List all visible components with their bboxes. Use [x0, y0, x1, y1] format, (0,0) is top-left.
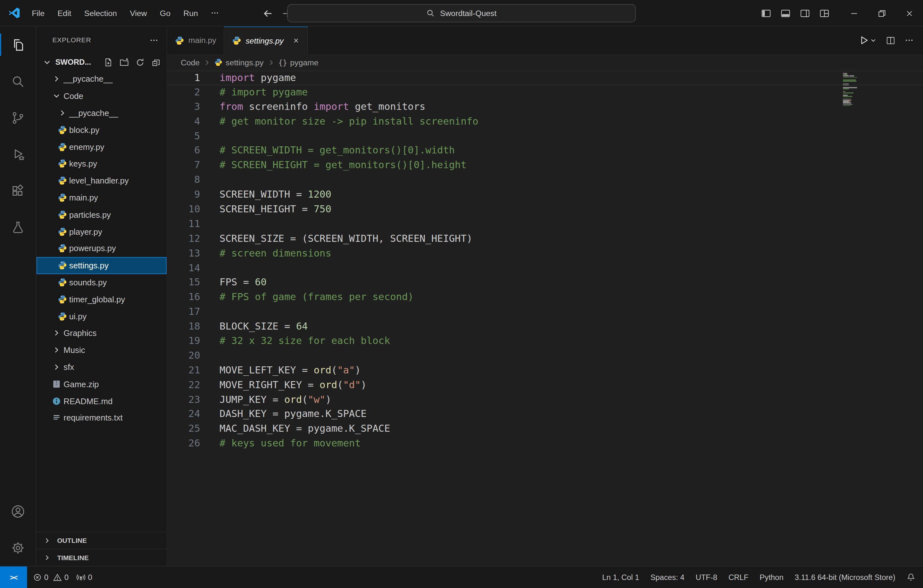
code-line-21[interactable]: 21MOVE_LEFT_KEY = ord("a") — [167, 364, 923, 378]
tree-item-game-zip[interactable]: Game.zip — [36, 375, 167, 392]
minimap[interactable] — [843, 73, 913, 106]
code-editor[interactable]: 1import pygame2# import pygame3from scre… — [167, 70, 923, 566]
new-file-icon[interactable] — [103, 57, 113, 67]
toggle-primary-sidebar-icon[interactable] — [761, 8, 771, 18]
tree-item-player-py[interactable]: player.py — [36, 223, 167, 240]
run-python-file-button[interactable] — [859, 35, 877, 45]
close-window-button[interactable] — [895, 0, 923, 26]
tree-item--pycache-[interactable]: __pycache__ — [36, 70, 167, 87]
refresh-icon[interactable] — [135, 57, 145, 67]
breadcrumb-symbol[interactable]: {} pygame — [278, 58, 318, 67]
code-line-12[interactable]: 12SCREEN_SIZE = (SCREEN_WIDTH, SCREEN_HE… — [167, 231, 923, 246]
notifications-bell-icon[interactable] — [907, 573, 916, 582]
back-arrow-icon[interactable] — [263, 8, 273, 18]
customize-layout-icon[interactable] — [820, 8, 829, 18]
tree-item-code[interactable]: Code — [36, 87, 167, 105]
tree-item-main-py[interactable]: main.py — [36, 189, 167, 206]
close-tab-icon[interactable] — [292, 37, 300, 44]
language-mode[interactable]: Python — [760, 573, 783, 582]
tree-item-settings-py[interactable]: settings.py — [36, 257, 167, 274]
tree-item-music[interactable]: Music — [36, 342, 167, 359]
code-line-5[interactable]: 5 — [167, 129, 923, 144]
menu-go[interactable]: Go — [153, 0, 177, 26]
code-line-19[interactable]: 19# 32 x 32 size for each block — [167, 334, 923, 349]
tree-item-level-handler-py[interactable]: level_handler.py — [36, 172, 167, 189]
code-line-10[interactable]: 10SCREEN_HEIGHT = 750 — [167, 202, 923, 217]
menu-selection[interactable]: Selection — [78, 0, 123, 26]
code-line-6[interactable]: 6# SCREEN_WIDTH = get_monitors()[0].widt… — [167, 144, 923, 159]
menu-file[interactable]: File — [25, 0, 51, 26]
tree-item-keys-py[interactable]: keys.py — [36, 155, 167, 172]
code-line-8[interactable]: 8 — [167, 173, 923, 188]
tree-item-graphics[interactable]: Graphics — [36, 325, 167, 342]
tree-item--pycache-[interactable]: __pycache__ — [36, 105, 167, 121]
indentation[interactable]: Spaces: 4 — [650, 573, 684, 582]
code-line-3[interactable]: 3from screeninfo import get_monitors — [167, 100, 923, 115]
split-editor-icon[interactable] — [886, 36, 895, 45]
code-line-25[interactable]: 25MAC_DASH_KEY = pygame.K_SPACE — [167, 422, 923, 437]
remote-indicator[interactable]: >< — [0, 567, 27, 588]
code-line-11[interactable]: 11 — [167, 217, 923, 232]
code-line-7[interactable]: 7# SCREEN_HEIGHT = get_monitors()[0].hei… — [167, 159, 923, 173]
code-line-1[interactable]: 1import pygame — [167, 70, 923, 85]
code-line-24[interactable]: 24DASH_KEY = pygame.K_SPACE — [167, 407, 923, 422]
code-line-20[interactable]: 20 — [167, 349, 923, 364]
toggle-panel-icon[interactable] — [781, 8, 791, 18]
tree-item-powerups-py[interactable]: powerups.py — [36, 240, 167, 257]
code-line-26[interactable]: 26# keys used for movement — [167, 437, 923, 451]
project-root-row[interactable]: SWORD... — [36, 54, 167, 70]
settings-gear-icon[interactable] — [0, 529, 36, 566]
problems-indicator[interactable]: 0 0 — [33, 573, 69, 582]
menu-view[interactable]: View — [123, 0, 153, 26]
tree-item-readme-md[interactable]: README.md — [36, 392, 167, 409]
ports-indicator[interactable]: 0 — [77, 573, 92, 582]
menu-edit[interactable]: Edit — [51, 0, 77, 26]
breadcrumb-folder[interactable]: Code — [181, 58, 200, 67]
encoding[interactable]: UTF-8 — [696, 573, 718, 582]
tree-item-block-py[interactable]: block.py — [36, 121, 167, 138]
tab-main-py[interactable]: main.py — [167, 26, 225, 54]
tree-item-requirements-txt[interactable]: requirements.txt — [36, 409, 167, 426]
tree-item-particles-py[interactable]: particles.py — [36, 206, 167, 223]
collapse-all-icon[interactable] — [151, 57, 161, 67]
timeline-section[interactable]: TIMELINE — [36, 549, 167, 566]
command-center-search[interactable]: Swordtail-Quest — [287, 4, 636, 23]
code-line-15[interactable]: 15FPS = 60 — [167, 275, 923, 290]
restore-button[interactable] — [867, 0, 895, 26]
breadcrumb-file[interactable]: settings.py — [214, 58, 263, 67]
menu-run[interactable]: Run — [177, 0, 204, 26]
extensions-icon[interactable] — [0, 172, 36, 209]
code-line-14[interactable]: 14 — [167, 261, 923, 276]
code-line-4[interactable]: 4# get monitor size -> pip install scree… — [167, 115, 923, 129]
outline-section[interactable]: OUTLINE — [36, 532, 167, 549]
run-and-debug-icon[interactable] — [0, 136, 36, 172]
search-sidebar-icon[interactable] — [0, 63, 36, 100]
explorer-icon[interactable] — [0, 26, 36, 63]
editor-more-actions-icon[interactable] — [905, 36, 914, 45]
toggle-secondary-sidebar-icon[interactable] — [800, 8, 810, 18]
code-line-16[interactable]: 16# FPS of game (frames per second) — [167, 290, 923, 305]
source-control-icon[interactable] — [0, 99, 36, 136]
new-folder-icon[interactable] — [120, 57, 129, 67]
code-line-2[interactable]: 2# import pygame — [167, 85, 923, 100]
code-line-17[interactable]: 17 — [167, 305, 923, 319]
menu-more-icon[interactable] — [204, 0, 226, 26]
code-line-22[interactable]: 22MOVE_RIGHT_KEY = ord("d") — [167, 378, 923, 393]
code-line-23[interactable]: 23JUMP_KEY = ord("w") — [167, 393, 923, 407]
code-line-9[interactable]: 9SCREEN_WIDTH = 1200 — [167, 188, 923, 202]
tree-item-enemy-py[interactable]: enemy.py — [36, 138, 167, 155]
tab-settings-py[interactable]: settings.py — [224, 26, 308, 54]
testing-icon[interactable] — [0, 209, 36, 245]
explorer-more-actions-icon[interactable] — [149, 36, 159, 44]
cursor-position[interactable]: Ln 1, Col 1 — [602, 573, 639, 582]
python-interpreter[interactable]: 3.11.6 64-bit (Microsoft Store) — [795, 573, 895, 582]
code-line-13[interactable]: 13# screen dimensions — [167, 246, 923, 261]
tree-item-sounds-py[interactable]: sounds.py — [36, 274, 167, 291]
minimize-button[interactable] — [840, 0, 867, 26]
account-icon[interactable] — [0, 493, 36, 529]
tree-item-timer-global-py[interactable]: timer_global.py — [36, 291, 167, 308]
code-line-18[interactable]: 18BLOCK_SIZE = 64 — [167, 319, 923, 334]
tree-item-ui-py[interactable]: ui.py — [36, 308, 167, 325]
eol-sequence[interactable]: CRLF — [728, 573, 748, 582]
tree-item-sfx[interactable]: sfx — [36, 359, 167, 376]
